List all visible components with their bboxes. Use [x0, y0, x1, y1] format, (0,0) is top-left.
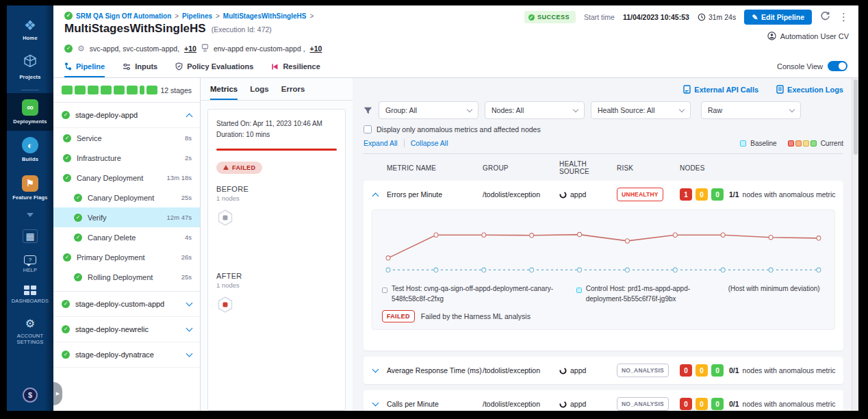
- step-infrastructure[interactable]: ✓ Infrastructure 2s: [53, 148, 200, 168]
- check-circle-icon: ✓: [528, 14, 535, 21]
- expand-row-icon[interactable]: [372, 400, 379, 407]
- services-more-link[interactable]: +10: [184, 45, 196, 53]
- tab-resilience[interactable]: Resilience: [271, 62, 320, 77]
- module-grid-button[interactable]: ▦: [7, 223, 53, 249]
- success-check-icon: ✓: [63, 154, 71, 162]
- view-mode-select[interactable]: Raw: [701, 101, 801, 119]
- breadcrumb-pipeline-link[interactable]: MultiStagesWithSingleHS: [223, 12, 307, 20]
- sidebar-item-feature-flags[interactable]: ⚑ Feature Flags: [7, 169, 53, 207]
- tab-policy-evaluations[interactable]: Policy Evaluations: [175, 62, 253, 77]
- inputs-sliders-icon: [123, 63, 131, 71]
- chevron-down-icon: [186, 351, 193, 357]
- step-canary-deployment[interactable]: ✓ Canary Deployment 25s: [53, 188, 200, 207]
- step-service[interactable]: ✓ Service 8s: [53, 128, 200, 148]
- verification-summary-card: Started On: Apr 11, 2023 10:46 AM Durati…: [207, 109, 346, 411]
- success-check-icon: ✓: [63, 174, 71, 182]
- srm-module-icon: ✓: [64, 12, 73, 20]
- success-check-icon: ✓: [74, 273, 82, 281]
- user-chip[interactable]: Automation User CV: [767, 31, 849, 40]
- feature-flags-icon: ⚑: [22, 175, 38, 192]
- external-api-calls-link[interactable]: External API Calls: [683, 85, 758, 94]
- anomalous-only-label: Display only anomalous metrics and affec…: [376, 125, 541, 134]
- status-check-icon: ✓: [64, 45, 73, 53]
- tab-errors[interactable]: Errors: [281, 85, 305, 100]
- group-filter-select[interactable]: Group: All: [379, 101, 478, 119]
- anomalous-only-checkbox[interactable]: [363, 125, 372, 134]
- step-rolling-deployment[interactable]: ✓ Rolling Deployment 25s: [53, 267, 200, 287]
- expand-all-link[interactable]: Expand All: [363, 139, 398, 147]
- anomalous-node-count: 1: [680, 188, 692, 201]
- step-details-panel: Metrics Logs Errors Started On: Apr 11, …: [201, 78, 353, 411]
- environments-more-link[interactable]: +10: [310, 45, 322, 53]
- risk-badge: NO_ANALYSIS: [617, 397, 669, 411]
- scrollbar[interactable]: [852, 78, 858, 411]
- chevron-down-icon: [186, 300, 193, 307]
- stage-group-deploy-appd[interactable]: ✓ stage-deploy-appd: [53, 103, 200, 128]
- sidebar-item-help[interactable]: ? HELP: [7, 249, 53, 279]
- sidebar-item-deployments[interactable]: ∞ Deployments: [7, 93, 53, 131]
- control-host-legend-item[interactable]: Control Host: prd1-ms-appd-appd-deployme…: [576, 284, 722, 304]
- execution-logs-link[interactable]: Execution Logs: [776, 85, 843, 94]
- expand-row-icon[interactable]: [372, 366, 379, 373]
- sidebar-item-projects[interactable]: Projects: [7, 47, 53, 86]
- more-options-button[interactable]: ⋮: [839, 11, 849, 23]
- step-verify[interactable]: ✓ Verify 12m 47s: [53, 207, 200, 227]
- sidebar-item-label: Home: [23, 35, 38, 41]
- person-icon: [767, 31, 776, 40]
- services-gear-icon: ⚙: [77, 44, 85, 53]
- collapse-all-link[interactable]: Collapse All: [411, 139, 448, 147]
- tab-logs[interactable]: Logs: [250, 85, 268, 100]
- stage-group-deploy-custom-appd[interactable]: ✓ stage-deploy-custom-appd: [53, 292, 200, 317]
- sidebar-item-label: Builds: [22, 156, 38, 162]
- after-label: AFTER: [216, 272, 337, 280]
- step-canary-delete[interactable]: ✓ Canary Delete 4s: [53, 227, 200, 247]
- step-canary-deployment-group[interactable]: ✓ Canary Deployment 13m 18s: [53, 168, 200, 188]
- nodes-filter-select[interactable]: Nodes: All: [485, 101, 585, 119]
- metric-row-header[interactable]: Average Response Time (ms) /todolist/exc…: [363, 357, 843, 384]
- execution-id: (Execution Id: 472): [212, 25, 272, 34]
- metric-row-header[interactable]: Calls per Minute /todolist/exception app…: [363, 390, 843, 411]
- details-tabs: Metrics Logs Errors: [201, 78, 353, 101]
- sidebar-item-builds[interactable]: ◐ Builds: [7, 131, 53, 168]
- more-modules-toggle[interactable]: [7, 207, 53, 223]
- breadcrumb-project-link[interactable]: SRM QA Sign Off Automation: [76, 12, 171, 20]
- tab-metrics[interactable]: Metrics: [210, 85, 238, 100]
- breadcrumb-pipelines-link[interactable]: Pipelines: [182, 12, 212, 20]
- collapse-row-icon[interactable]: [372, 192, 379, 199]
- verification-progress-bar: [216, 149, 337, 151]
- status-badge: ✓ SUCCESS: [524, 11, 576, 23]
- avatar[interactable]: $: [23, 388, 38, 403]
- failed-status-pill: FAILED: [216, 162, 262, 174]
- stage-group-deploy-newrelic[interactable]: ✓ stage-deploy-newrelic: [53, 317, 200, 342]
- healthy-node-count: 0: [711, 364, 724, 377]
- tab-pipeline[interactable]: Pipeline: [64, 62, 105, 77]
- baseline-swatch: [740, 140, 746, 147]
- test-host-checkbox[interactable]: [382, 288, 387, 293]
- test-host-legend-item[interactable]: Test Host: cvng-qa-sign-off-appd-deploym…: [382, 284, 570, 304]
- kebab-icon: ⋮: [839, 11, 849, 23]
- warning-node-count: 0: [695, 188, 708, 201]
- control-host-checkbox[interactable]: [576, 288, 582, 293]
- refresh-button[interactable]: [820, 11, 830, 23]
- chevron-up-icon: [186, 113, 193, 120]
- sidebar-item-dashboards[interactable]: DASHBOARDS: [7, 279, 53, 310]
- metric-line-chart[interactable]: [382, 216, 825, 279]
- panel-collapse-handle[interactable]: ▶: [53, 382, 62, 405]
- gear-icon: ⚙: [25, 317, 35, 330]
- before-node-hexagon[interactable]: [216, 209, 337, 229]
- health-source-filter-select[interactable]: Health Source: All: [591, 101, 691, 119]
- execution-header: ✓ SRM QA Sign Off Automation > Pipelines…: [53, 5, 858, 58]
- step-primary-deployment[interactable]: ✓ Primary Deployment 26s: [53, 247, 200, 267]
- pencil-icon: ✎: [752, 13, 758, 21]
- tab-inputs[interactable]: Inputs: [123, 62, 157, 77]
- edit-pipeline-button[interactable]: ✎ Edit Pipeline: [744, 10, 812, 25]
- sidebar-item-account-settings[interactable]: ⚙ ACCOUNT SETTINGS: [7, 311, 53, 352]
- stage-group-deploy-dynatrace[interactable]: ✓ stage-deploy-dynatrace: [53, 342, 200, 368]
- scrollbar-thumb[interactable]: [854, 79, 858, 155]
- host-legend: Test Host: cvng-qa-sign-off-appd-deploym…: [382, 284, 825, 304]
- metric-row-header[interactable]: Errors per Minute /todolist/exception ap…: [363, 181, 843, 208]
- after-node-hexagon[interactable]: [216, 296, 337, 316]
- console-view-toggle[interactable]: [828, 61, 847, 71]
- success-check-icon: ✓: [62, 325, 70, 333]
- sidebar-item-home[interactable]: ❖ Home: [7, 12, 53, 47]
